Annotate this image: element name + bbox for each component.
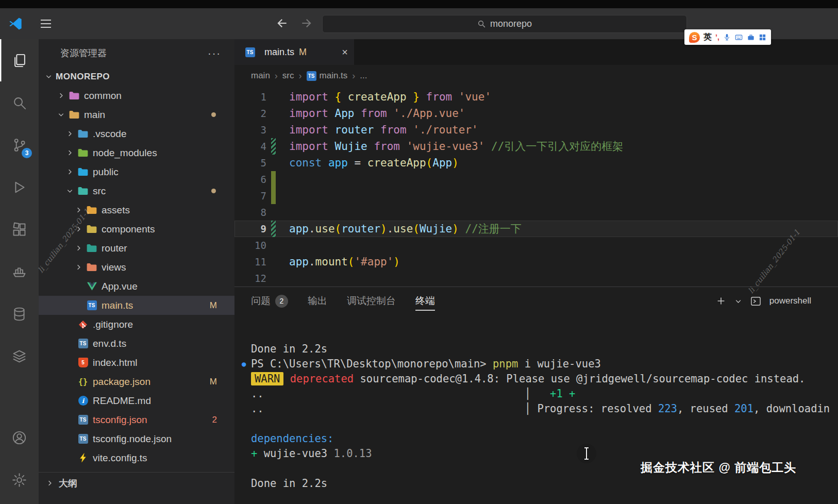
code-line-11[interactable]: 11app.mount('#app') (234, 254, 838, 270)
account-icon[interactable] (0, 416, 39, 459)
apps-grid-icon[interactable] (759, 33, 766, 41)
tree-root-monorepo[interactable]: MONOREPO (39, 67, 234, 86)
mouse-cursor-ibeam (577, 444, 596, 463)
tree-item-.vscode[interactable]: .vscode (39, 124, 234, 143)
terminal-line: Done in 2.2s (251, 476, 838, 491)
tree-item-env.d.ts[interactable]: TSenv.d.ts (39, 334, 234, 353)
file-label: src (93, 186, 106, 197)
folder-icon (86, 206, 98, 214)
file-label: package.json (93, 376, 150, 388)
settings-icon[interactable] (0, 459, 39, 501)
tree-item-src[interactable]: src (39, 181, 234, 200)
ts2-icon: TS (77, 339, 89, 348)
remote-docker-icon[interactable] (0, 250, 39, 293)
breadcrumb-src[interactable]: src (282, 71, 294, 81)
explorer-icon[interactable] (0, 39, 39, 81)
code-line-7[interactable]: 7 (234, 188, 838, 204)
info-icon: i (77, 396, 89, 406)
tree-item-tsconfig.json[interactable]: TStsconfig.json2 (39, 410, 234, 429)
tree-item-main.ts[interactable]: TSmain.tsM (39, 296, 234, 315)
ime-language[interactable]: 英 (703, 32, 712, 43)
code-line-10[interactable]: 10 (234, 237, 838, 254)
tree-item-index.html[interactable]: 5index.html (39, 353, 234, 372)
file-label: env.d.ts (93, 338, 126, 349)
vite-icon (77, 453, 89, 463)
code-line-4[interactable]: 4import Wujie from 'wujie-vue3' //引入一下引入… (234, 138, 838, 155)
command-decoration-dot: ● (242, 357, 246, 372)
explorer-sidebar: 资源管理器 ··· MONOREPO commonmain.vscodenode… (39, 39, 234, 504)
line-number: 4 (234, 138, 266, 155)
tree-item-package.json[interactable]: {}package.jsonM (39, 372, 234, 391)
search-icon[interactable] (0, 81, 39, 124)
microphone-icon[interactable] (723, 33, 731, 41)
folder-icon (86, 225, 98, 233)
file-label: tsconfig.node.json (93, 433, 172, 445)
source-control-icon[interactable]: 3 (0, 124, 39, 166)
menu-icon[interactable] (40, 19, 52, 28)
panel-tab-输出[interactable]: 输出 (308, 287, 327, 315)
toolbox-icon[interactable] (747, 33, 755, 41)
command-center-search[interactable]: monorepo (322, 15, 687, 33)
file-label: README.md (93, 395, 151, 407)
tree-item-components[interactable]: components (39, 220, 234, 239)
folder-icon (77, 129, 89, 138)
panel-actions: powershell (715, 287, 811, 315)
tree-item-App.vue[interactable]: App.vue (39, 277, 234, 296)
terminal-shell-label[interactable]: powershell (769, 296, 811, 306)
line-number: 7 (234, 188, 266, 204)
more-actions-icon[interactable]: ··· (208, 47, 221, 59)
tree-item-router[interactable]: router (39, 239, 234, 258)
tree-item-vite.config.ts[interactable]: vite.config.ts (39, 448, 234, 467)
tree-item-views[interactable]: views (39, 258, 234, 277)
code-line-3[interactable]: 3import router from './router' (234, 122, 838, 138)
breadcrumb-main.ts[interactable]: TSmain.ts (307, 71, 348, 81)
terminal-line (251, 416, 838, 431)
panel-tab-问题[interactable]: 问题2 (251, 287, 288, 315)
tree-item-README.md[interactable]: iREADME.md (39, 391, 234, 410)
back-arrow-icon[interactable] (275, 16, 289, 30)
top-strip (0, 0, 838, 8)
new-terminal-icon[interactable] (715, 295, 727, 307)
outline-section[interactable]: 大纲 (39, 472, 234, 494)
tree-item-public[interactable]: public (39, 162, 234, 181)
breadcrumb-separator: › (299, 71, 302, 81)
activity-bar: 3 (0, 39, 39, 504)
extensions-icon[interactable] (0, 208, 39, 250)
code-line-1[interactable]: 1import { createApp } from 'vue' (234, 89, 838, 105)
sidebar-title: 资源管理器 (60, 47, 107, 59)
tree-item-.gitignore[interactable]: .gitignore (39, 315, 234, 334)
layers-icon[interactable] (0, 335, 39, 377)
ime-toolbar[interactable]: S 英 ’, (684, 29, 771, 45)
database-icon[interactable] (0, 293, 39, 335)
code-line-8[interactable]: 8 (234, 204, 838, 221)
tree-item-common[interactable]: common (39, 86, 234, 105)
modified-dot (211, 112, 216, 117)
file-label: public (93, 166, 119, 178)
breadcrumb: main›src›TSmain.ts›... (234, 65, 838, 87)
panel-tab-终端[interactable]: 终端 (415, 287, 435, 315)
ime-punctuation[interactable]: ’, (715, 33, 719, 41)
sogou-logo-icon[interactable]: S (689, 32, 700, 43)
forward-arrow-icon[interactable] (300, 16, 313, 30)
tree-item-node_modules[interactable]: node_modules (39, 143, 234, 162)
code-editor[interactable]: 1import { createApp } from 'vue'2import … (234, 87, 838, 287)
line-number: 6 (234, 171, 266, 188)
breadcrumb-main[interactable]: main (251, 71, 270, 81)
line-number: 5 (234, 155, 266, 171)
code-line-6[interactable]: 6 (234, 171, 838, 188)
breadcrumb-...[interactable]: ... (360, 71, 367, 81)
chevron-down-icon[interactable] (734, 297, 742, 305)
code-line-12[interactable]: 12 (234, 270, 838, 287)
tree-item-main[interactable]: main (39, 105, 234, 124)
tree-item-assets[interactable]: assets (39, 200, 234, 220)
file-label: views (102, 262, 126, 273)
run-debug-icon[interactable] (0, 166, 39, 208)
panel-tab-调试控制台[interactable]: 调试控制台 (347, 287, 396, 315)
tree-item-tsconfig.node.json[interactable]: TStsconfig.node.json (39, 429, 234, 448)
code-line-2[interactable]: 2import App from './App.vue' (234, 105, 838, 122)
close-icon[interactable]: × (342, 46, 348, 58)
code-line-9[interactable]: 9app.use(router).use(Wujie) //注册一下 (234, 221, 838, 237)
code-line-5[interactable]: 5const app = createApp(App) (234, 155, 838, 171)
tab-main-ts[interactable]: TS main.ts M × (234, 39, 354, 65)
keyboard-icon[interactable] (734, 33, 743, 41)
